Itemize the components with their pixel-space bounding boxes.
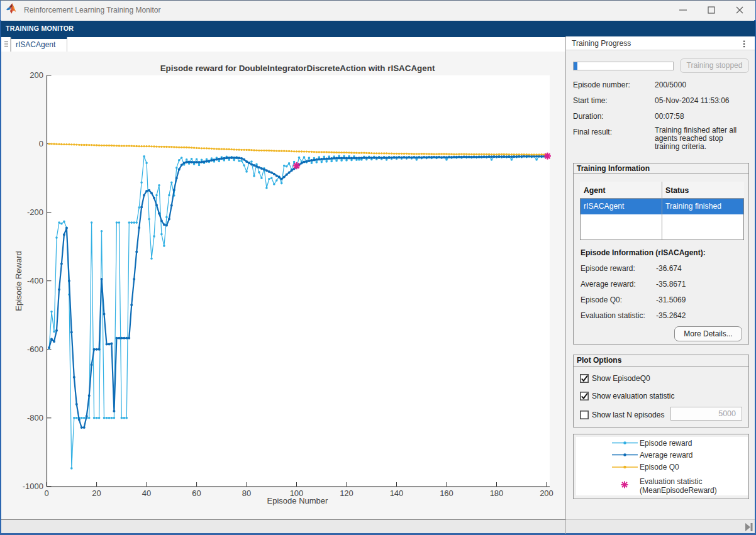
svg-text:-200: -200 <box>27 207 43 217</box>
svg-text:60: 60 <box>192 488 201 498</box>
svg-text:0: 0 <box>44 488 48 498</box>
svg-text:120: 120 <box>340 488 353 498</box>
svg-text:180: 180 <box>490 488 504 498</box>
svg-text:Episode Reward: Episode Reward <box>14 251 23 311</box>
svg-text:140: 140 <box>390 488 404 498</box>
svg-text:40: 40 <box>142 488 151 498</box>
svg-text:200: 200 <box>540 488 553 498</box>
svg-text:80: 80 <box>242 488 251 498</box>
svg-text:-1000: -1000 <box>23 482 43 491</box>
svg-text:160: 160 <box>440 488 453 498</box>
svg-text:0: 0 <box>39 139 43 148</box>
svg-text:20: 20 <box>92 488 101 498</box>
svg-text:-600: -600 <box>27 345 43 354</box>
svg-text:200: 200 <box>30 70 43 80</box>
svg-text:-400: -400 <box>27 276 43 285</box>
svg-text:-800: -800 <box>27 413 43 422</box>
svg-text:Episode reward for DoubleInteg: Episode reward for DoubleIntegratorDiscr… <box>160 63 435 73</box>
svg-text:Episode Number: Episode Number <box>267 496 328 505</box>
